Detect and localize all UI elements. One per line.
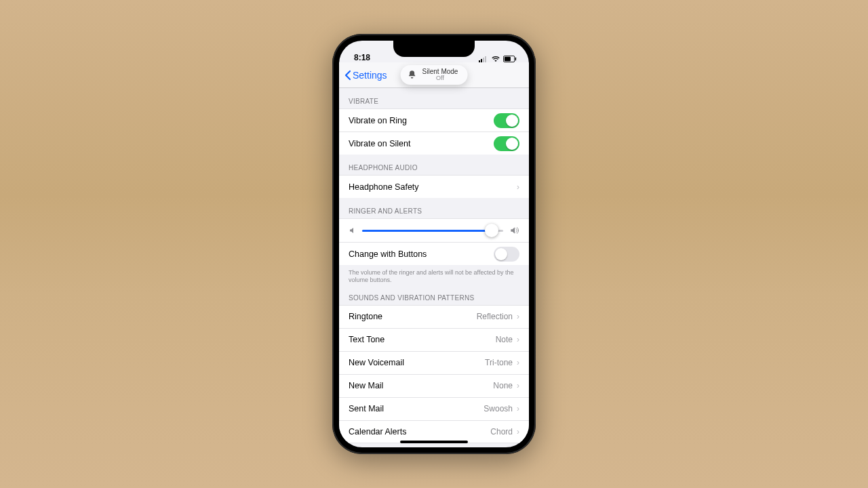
- row-vibrate-on-silent[interactable]: Vibrate on Silent: [339, 131, 529, 155]
- value-ringtone: Reflection: [477, 312, 513, 321]
- toggle-change-with-buttons[interactable]: [494, 247, 519, 262]
- row-sent-mail[interactable]: Sent Mail Swoosh›: [339, 397, 529, 420]
- chevron-right-icon: ›: [517, 427, 519, 436]
- value-text-tone: Note: [496, 335, 513, 344]
- row-calendar-alerts[interactable]: Calendar Alerts Chord›: [339, 420, 529, 443]
- chevron-right-icon: ›: [517, 182, 519, 192]
- back-button[interactable]: Settings: [344, 70, 387, 81]
- clock: 8:18: [354, 53, 370, 62]
- row-headphone-safety[interactable]: Headphone Safety ›: [339, 175, 529, 198]
- label-headphone-safety: Headphone Safety: [349, 182, 419, 192]
- row-vibrate-on-ring[interactable]: Vibrate on Ring: [339, 108, 529, 131]
- label-text-tone: Text Tone: [349, 335, 384, 344]
- row-ringer-volume: [339, 218, 529, 242]
- settings-body[interactable]: VIBRATE Vibrate on Ring Vibrate on Silen…: [339, 88, 529, 447]
- label-ringtone: Ringtone: [349, 312, 382, 321]
- section-header-vibrate: VIBRATE: [339, 88, 529, 108]
- svg-rect-2: [483, 58, 484, 62]
- svg-rect-5: [505, 57, 511, 61]
- row-new-voicemail[interactable]: New Voicemail Tri-tone›: [339, 351, 529, 374]
- label-new-mail: New Mail: [349, 381, 383, 390]
- silent-mode-state: Off: [422, 75, 458, 82]
- status-icons: [479, 56, 517, 62]
- value-voicemail: Tri-tone: [485, 358, 513, 367]
- section-header-headphone: HEADPHONE AUDIO: [339, 155, 529, 175]
- volume-slider[interactable]: [362, 230, 503, 232]
- speaker-low-icon: [349, 226, 357, 235]
- label-vibrate-on-silent: Vibrate on Silent: [349, 139, 411, 148]
- notch: [393, 41, 475, 57]
- section-header-ringer: RINGER AND ALERTS: [339, 198, 529, 218]
- silent-mode-banner: Silent Mode Off: [401, 65, 468, 85]
- chevron-right-icon: ›: [517, 404, 519, 413]
- chevron-right-icon: ›: [517, 312, 519, 321]
- label-sent-mail: Sent Mail: [349, 404, 384, 413]
- chevron-right-icon: ›: [517, 381, 519, 390]
- row-ringtone[interactable]: Ringtone Reflection›: [339, 305, 529, 328]
- value-sent-mail: Swoosh: [484, 404, 513, 413]
- section-header-sounds: SOUNDS AND VIBRATION PATTERNS: [339, 285, 529, 305]
- toggle-vibrate-on-ring[interactable]: [494, 113, 519, 128]
- nav-bar: Settings Silent Mode Off: [339, 62, 529, 88]
- label-vibrate-on-ring: Vibrate on Ring: [349, 116, 407, 125]
- battery-icon: [503, 56, 517, 62]
- bell-icon: [408, 70, 417, 79]
- speaker-high-icon: [509, 226, 519, 235]
- label-change-with-buttons: Change with Buttons: [349, 249, 427, 259]
- chevron-right-icon: ›: [517, 358, 519, 367]
- svg-rect-6: [515, 58, 516, 61]
- screen: 8:18 Settings Silent Mode Off: [339, 41, 529, 447]
- home-indicator[interactable]: [400, 441, 468, 443]
- label-calendar: Calendar Alerts: [349, 427, 406, 436]
- cellular-icon: [479, 56, 488, 62]
- back-label: Settings: [353, 70, 387, 81]
- value-calendar: Chord: [490, 427, 513, 436]
- label-voicemail: New Voicemail: [349, 358, 404, 367]
- row-text-tone[interactable]: Text Tone Note›: [339, 328, 529, 351]
- wifi-icon: [491, 56, 500, 62]
- phone-frame: 8:18 Settings Silent Mode Off: [332, 34, 536, 454]
- row-new-mail[interactable]: New Mail None›: [339, 374, 529, 397]
- row-change-with-buttons[interactable]: Change with Buttons: [339, 242, 529, 265]
- footer-ringer: The volume of the ringer and alerts will…: [339, 265, 529, 285]
- value-new-mail: None: [493, 381, 513, 390]
- svg-rect-3: [485, 56, 486, 62]
- chevron-right-icon: ›: [517, 335, 519, 344]
- toggle-vibrate-on-silent[interactable]: [494, 136, 519, 151]
- chevron-left-icon: [344, 70, 351, 81]
